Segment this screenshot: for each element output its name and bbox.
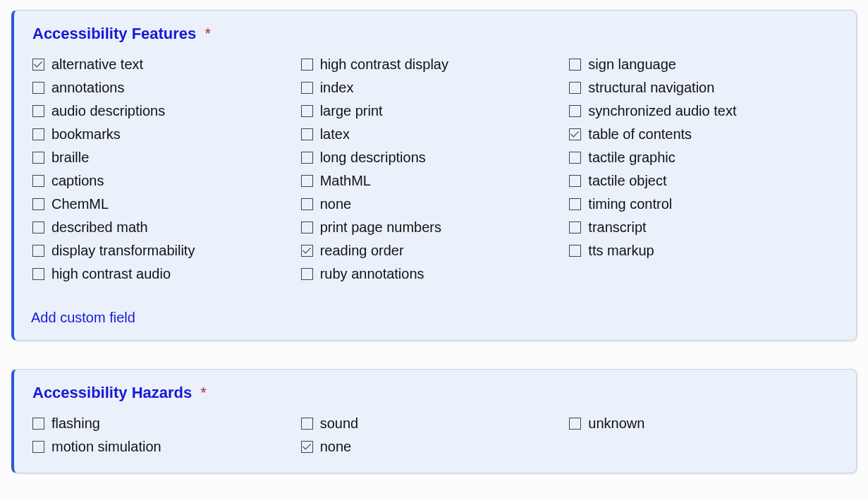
checkbox-row-none-haz[interactable]: none: [301, 435, 570, 458]
checkbox-label-structural-navigation: structural navigation: [588, 80, 714, 96]
checkbox-row-transcript[interactable]: transcript: [569, 216, 838, 239]
checkbox-table-of-contents[interactable]: [569, 128, 581, 140]
accessibility-features-title: Accessibility Features *: [32, 25, 838, 43]
checkbox-row-ruby-annotations[interactable]: ruby annotations: [301, 262, 570, 286]
checkbox-row-tts-markup[interactable]: tts markup: [569, 239, 838, 262]
accessibility-features-columns: alternative textannotationsaudio descrip…: [32, 53, 838, 286]
checkbox-timing-control[interactable]: [569, 198, 581, 210]
checkbox-row-reading-order[interactable]: reading order: [301, 239, 570, 262]
checkbox-row-braille[interactable]: braille: [32, 146, 301, 169]
checkbox-row-synchronized-audio-text[interactable]: synchronized audio text: [569, 99, 838, 123]
checkbox-label-high-contrast-display: high contrast display: [320, 56, 448, 73]
checkbox-label-long-descriptions: long descriptions: [320, 150, 426, 166]
checkbox-row-large-print[interactable]: large print: [301, 99, 570, 123]
checkbox-label-table-of-contents: table of contents: [588, 126, 692, 142]
checkbox-label-braille: braille: [51, 150, 89, 166]
checkbox-sign-language[interactable]: [569, 59, 581, 71]
accessibility-hazards-title-text: Accessibility Hazards: [32, 384, 192, 401]
checkbox-reading-order[interactable]: [301, 245, 313, 257]
checkbox-none-feat[interactable]: [301, 198, 313, 210]
checkbox-label-tts-markup: tts markup: [588, 243, 654, 259]
checkbox-row-annotations[interactable]: annotations: [32, 76, 301, 99]
checkbox-tts-markup[interactable]: [569, 245, 581, 257]
checkbox-label-synchronized-audio-text: synchronized audio text: [588, 103, 736, 119]
checkbox-label-described-math: described math: [51, 219, 148, 236]
checkbox-mathml[interactable]: [301, 175, 313, 187]
checkbox-row-alternative-text[interactable]: alternative text: [32, 53, 301, 76]
checkbox-row-unknown[interactable]: unknown: [569, 412, 838, 435]
checkbox-label-alternative-text: alternative text: [51, 56, 143, 73]
checkbox-row-table-of-contents[interactable]: table of contents: [569, 123, 838, 146]
checkbox-row-described-math[interactable]: described math: [32, 216, 301, 239]
checkbox-row-structural-navigation[interactable]: structural navigation: [569, 76, 838, 99]
checkbox-label-audio-descriptions: audio descriptions: [51, 103, 165, 119]
checkbox-row-display-transformability[interactable]: display transformability: [32, 239, 301, 262]
checkbox-label-tactile-graphic: tactile graphic: [588, 150, 675, 166]
checkbox-label-none-haz: none: [320, 439, 352, 455]
checkbox-braille[interactable]: [32, 152, 44, 164]
checkbox-row-tactile-graphic[interactable]: tactile graphic: [569, 146, 838, 169]
checkbox-print-page-numbers[interactable]: [301, 221, 313, 233]
checkbox-label-large-print: large print: [320, 103, 383, 119]
checkbox-high-contrast-audio[interactable]: [32, 268, 44, 280]
add-custom-field-link[interactable]: Add custom field: [31, 310, 135, 326]
checkbox-row-bookmarks[interactable]: bookmarks: [32, 123, 301, 146]
checkbox-captions[interactable]: [32, 175, 44, 187]
checkbox-row-mathml[interactable]: MathML: [301, 169, 570, 193]
checkbox-none-haz[interactable]: [301, 441, 313, 453]
checkbox-sound[interactable]: [301, 418, 313, 430]
checkbox-latex[interactable]: [301, 128, 313, 140]
checkbox-label-mathml: MathML: [320, 173, 371, 189]
checkbox-motion-simulation[interactable]: [32, 441, 44, 453]
checkbox-row-sign-language[interactable]: sign language: [569, 53, 838, 76]
checkbox-flashing[interactable]: [32, 418, 44, 430]
checkbox-label-transcript: transcript: [588, 219, 646, 236]
checkbox-label-chemml: ChemML: [51, 196, 109, 212]
checkbox-row-tactile-object[interactable]: tactile object: [569, 169, 838, 193]
checkbox-row-timing-control[interactable]: timing control: [569, 193, 838, 216]
checkbox-label-captions: captions: [51, 173, 104, 189]
checkbox-index[interactable]: [301, 82, 313, 94]
checkbox-row-sound[interactable]: sound: [301, 412, 570, 435]
checkbox-transcript[interactable]: [569, 221, 581, 233]
accessibility-hazards-title: Accessibility Hazards *: [32, 384, 838, 402]
checkbox-row-none-feat[interactable]: none: [301, 193, 570, 216]
accessibility-features-panel: Accessibility Features * alternative tex…: [11, 10, 857, 341]
checkbox-structural-navigation[interactable]: [569, 82, 581, 94]
checkbox-row-high-contrast-audio[interactable]: high contrast audio: [32, 262, 301, 286]
checkbox-ruby-annotations[interactable]: [301, 268, 313, 280]
checkbox-label-flashing: flashing: [51, 415, 100, 432]
checkbox-tactile-graphic[interactable]: [569, 152, 581, 164]
checkbox-label-timing-control: timing control: [588, 196, 672, 212]
checkbox-row-flashing[interactable]: flashing: [32, 412, 301, 435]
checkbox-chemml[interactable]: [32, 198, 44, 210]
checkbox-row-high-contrast-display[interactable]: high contrast display: [301, 53, 570, 76]
checkbox-alternative-text[interactable]: [32, 59, 44, 71]
checkbox-row-latex[interactable]: latex: [301, 123, 570, 146]
checkbox-row-chemml[interactable]: ChemML: [32, 193, 301, 216]
checkbox-label-unknown: unknown: [588, 415, 644, 432]
checkbox-label-latex: latex: [320, 126, 350, 142]
checkbox-display-transformability[interactable]: [32, 245, 44, 257]
checkbox-label-annotations: annotations: [51, 80, 124, 96]
checkbox-row-long-descriptions[interactable]: long descriptions: [301, 146, 570, 169]
checkbox-row-print-page-numbers[interactable]: print page numbers: [301, 216, 570, 239]
checkbox-row-captions[interactable]: captions: [32, 169, 301, 193]
checkbox-tactile-object[interactable]: [569, 175, 581, 187]
checkbox-row-index[interactable]: index: [301, 76, 570, 99]
checkbox-synchronized-audio-text[interactable]: [569, 105, 581, 117]
checkbox-annotations[interactable]: [32, 82, 44, 94]
checkbox-bookmarks[interactable]: [32, 128, 44, 140]
accessibility-hazards-columns: flashingmotion simulationsoundnoneunknow…: [32, 412, 838, 458]
checkbox-unknown[interactable]: [569, 418, 581, 430]
checkbox-label-motion-simulation: motion simulation: [51, 439, 161, 455]
checkbox-row-audio-descriptions[interactable]: audio descriptions: [32, 99, 301, 123]
checkbox-high-contrast-display[interactable]: [301, 59, 313, 71]
checkbox-audio-descriptions[interactable]: [32, 105, 44, 117]
checkbox-row-motion-simulation[interactable]: motion simulation: [32, 435, 301, 458]
checkbox-label-print-page-numbers: print page numbers: [320, 219, 441, 236]
features-column: alternative textannotationsaudio descrip…: [32, 53, 301, 286]
checkbox-long-descriptions[interactable]: [301, 152, 313, 164]
checkbox-described-math[interactable]: [32, 221, 44, 233]
checkbox-large-print[interactable]: [301, 105, 313, 117]
